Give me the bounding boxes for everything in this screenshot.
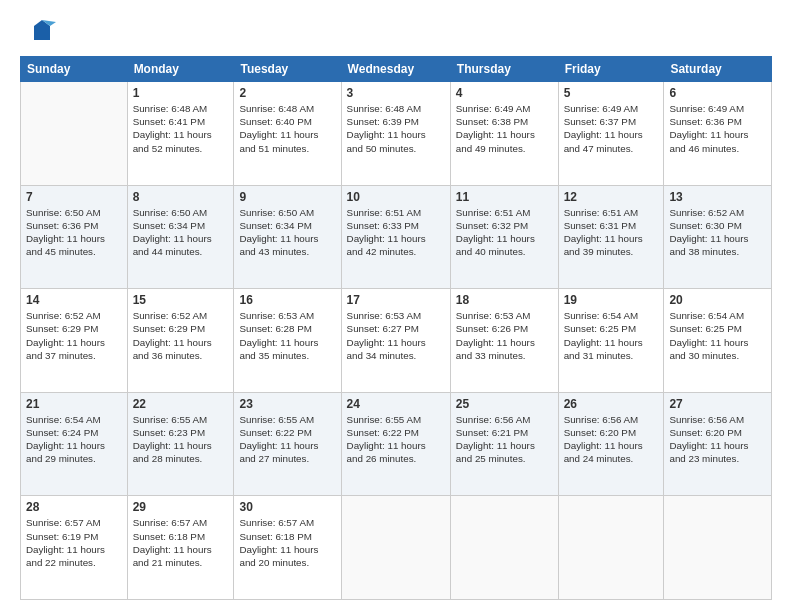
calendar-header-day: Friday	[558, 57, 664, 82]
day-info: Sunrise: 6:53 AM Sunset: 6:27 PM Dayligh…	[347, 309, 445, 362]
calendar-day-cell: 5Sunrise: 6:49 AM Sunset: 6:37 PM Daylig…	[558, 82, 664, 186]
calendar-day-cell: 13Sunrise: 6:52 AM Sunset: 6:30 PM Dayli…	[664, 185, 772, 289]
day-info: Sunrise: 6:50 AM Sunset: 6:34 PM Dayligh…	[239, 206, 335, 259]
day-info: Sunrise: 6:56 AM Sunset: 6:20 PM Dayligh…	[669, 413, 766, 466]
calendar-day-cell: 19Sunrise: 6:54 AM Sunset: 6:25 PM Dayli…	[558, 289, 664, 393]
calendar-day-cell: 30Sunrise: 6:57 AM Sunset: 6:18 PM Dayli…	[234, 496, 341, 600]
day-number: 26	[564, 397, 659, 411]
day-number: 28	[26, 500, 122, 514]
day-number: 6	[669, 86, 766, 100]
day-number: 29	[133, 500, 229, 514]
calendar-header-row: SundayMondayTuesdayWednesdayThursdayFrid…	[21, 57, 772, 82]
calendar-day-cell	[450, 496, 558, 600]
day-info: Sunrise: 6:50 AM Sunset: 6:36 PM Dayligh…	[26, 206, 122, 259]
day-number: 21	[26, 397, 122, 411]
day-number: 17	[347, 293, 445, 307]
calendar-day-cell: 7Sunrise: 6:50 AM Sunset: 6:36 PM Daylig…	[21, 185, 128, 289]
day-number: 13	[669, 190, 766, 204]
day-info: Sunrise: 6:48 AM Sunset: 6:41 PM Dayligh…	[133, 102, 229, 155]
day-number: 14	[26, 293, 122, 307]
header	[20, 18, 772, 46]
calendar-day-cell: 14Sunrise: 6:52 AM Sunset: 6:29 PM Dayli…	[21, 289, 128, 393]
day-info: Sunrise: 6:55 AM Sunset: 6:23 PM Dayligh…	[133, 413, 229, 466]
day-info: Sunrise: 6:56 AM Sunset: 6:21 PM Dayligh…	[456, 413, 553, 466]
day-info: Sunrise: 6:49 AM Sunset: 6:36 PM Dayligh…	[669, 102, 766, 155]
calendar-day-cell: 12Sunrise: 6:51 AM Sunset: 6:31 PM Dayli…	[558, 185, 664, 289]
day-number: 23	[239, 397, 335, 411]
calendar-day-cell: 1Sunrise: 6:48 AM Sunset: 6:41 PM Daylig…	[127, 82, 234, 186]
calendar-header-day: Thursday	[450, 57, 558, 82]
calendar-day-cell	[341, 496, 450, 600]
calendar-header-day: Monday	[127, 57, 234, 82]
day-info: Sunrise: 6:48 AM Sunset: 6:40 PM Dayligh…	[239, 102, 335, 155]
day-number: 20	[669, 293, 766, 307]
day-info: Sunrise: 6:48 AM Sunset: 6:39 PM Dayligh…	[347, 102, 445, 155]
day-info: Sunrise: 6:51 AM Sunset: 6:31 PM Dayligh…	[564, 206, 659, 259]
calendar-day-cell: 17Sunrise: 6:53 AM Sunset: 6:27 PM Dayli…	[341, 289, 450, 393]
calendar-day-cell: 28Sunrise: 6:57 AM Sunset: 6:19 PM Dayli…	[21, 496, 128, 600]
calendar-day-cell: 26Sunrise: 6:56 AM Sunset: 6:20 PM Dayli…	[558, 392, 664, 496]
day-info: Sunrise: 6:56 AM Sunset: 6:20 PM Dayligh…	[564, 413, 659, 466]
calendar-day-cell: 22Sunrise: 6:55 AM Sunset: 6:23 PM Dayli…	[127, 392, 234, 496]
day-info: Sunrise: 6:57 AM Sunset: 6:18 PM Dayligh…	[239, 516, 335, 569]
day-number: 30	[239, 500, 335, 514]
calendar-week-row: 21Sunrise: 6:54 AM Sunset: 6:24 PM Dayli…	[21, 392, 772, 496]
day-number: 12	[564, 190, 659, 204]
day-info: Sunrise: 6:54 AM Sunset: 6:25 PM Dayligh…	[564, 309, 659, 362]
day-info: Sunrise: 6:53 AM Sunset: 6:28 PM Dayligh…	[239, 309, 335, 362]
day-info: Sunrise: 6:51 AM Sunset: 6:33 PM Dayligh…	[347, 206, 445, 259]
calendar-day-cell: 23Sunrise: 6:55 AM Sunset: 6:22 PM Dayli…	[234, 392, 341, 496]
calendar-header-day: Tuesday	[234, 57, 341, 82]
day-number: 2	[239, 86, 335, 100]
calendar-day-cell: 8Sunrise: 6:50 AM Sunset: 6:34 PM Daylig…	[127, 185, 234, 289]
calendar-table: SundayMondayTuesdayWednesdayThursdayFrid…	[20, 56, 772, 600]
day-info: Sunrise: 6:51 AM Sunset: 6:32 PM Dayligh…	[456, 206, 553, 259]
day-number: 25	[456, 397, 553, 411]
day-info: Sunrise: 6:55 AM Sunset: 6:22 PM Dayligh…	[347, 413, 445, 466]
day-info: Sunrise: 6:49 AM Sunset: 6:38 PM Dayligh…	[456, 102, 553, 155]
logo	[20, 18, 56, 46]
calendar-day-cell	[21, 82, 128, 186]
day-info: Sunrise: 6:53 AM Sunset: 6:26 PM Dayligh…	[456, 309, 553, 362]
day-info: Sunrise: 6:54 AM Sunset: 6:24 PM Dayligh…	[26, 413, 122, 466]
calendar-day-cell: 15Sunrise: 6:52 AM Sunset: 6:29 PM Dayli…	[127, 289, 234, 393]
day-number: 10	[347, 190, 445, 204]
calendar-day-cell: 18Sunrise: 6:53 AM Sunset: 6:26 PM Dayli…	[450, 289, 558, 393]
calendar-day-cell: 21Sunrise: 6:54 AM Sunset: 6:24 PM Dayli…	[21, 392, 128, 496]
calendar-day-cell: 4Sunrise: 6:49 AM Sunset: 6:38 PM Daylig…	[450, 82, 558, 186]
day-info: Sunrise: 6:54 AM Sunset: 6:25 PM Dayligh…	[669, 309, 766, 362]
calendar-header-day: Sunday	[21, 57, 128, 82]
calendar-day-cell: 3Sunrise: 6:48 AM Sunset: 6:39 PM Daylig…	[341, 82, 450, 186]
day-info: Sunrise: 6:52 AM Sunset: 6:29 PM Dayligh…	[26, 309, 122, 362]
day-number: 27	[669, 397, 766, 411]
page: SundayMondayTuesdayWednesdayThursdayFrid…	[0, 0, 792, 612]
calendar-day-cell: 6Sunrise: 6:49 AM Sunset: 6:36 PM Daylig…	[664, 82, 772, 186]
calendar-day-cell: 16Sunrise: 6:53 AM Sunset: 6:28 PM Dayli…	[234, 289, 341, 393]
calendar-day-cell: 27Sunrise: 6:56 AM Sunset: 6:20 PM Dayli…	[664, 392, 772, 496]
day-number: 9	[239, 190, 335, 204]
day-number: 1	[133, 86, 229, 100]
day-info: Sunrise: 6:52 AM Sunset: 6:29 PM Dayligh…	[133, 309, 229, 362]
calendar-week-row: 28Sunrise: 6:57 AM Sunset: 6:19 PM Dayli…	[21, 496, 772, 600]
calendar-header-day: Wednesday	[341, 57, 450, 82]
day-number: 19	[564, 293, 659, 307]
day-info: Sunrise: 6:55 AM Sunset: 6:22 PM Dayligh…	[239, 413, 335, 466]
day-info: Sunrise: 6:57 AM Sunset: 6:18 PM Dayligh…	[133, 516, 229, 569]
day-number: 15	[133, 293, 229, 307]
day-number: 11	[456, 190, 553, 204]
calendar-day-cell: 24Sunrise: 6:55 AM Sunset: 6:22 PM Dayli…	[341, 392, 450, 496]
logo-icon	[28, 18, 56, 46]
day-number: 22	[133, 397, 229, 411]
calendar-day-cell	[664, 496, 772, 600]
day-number: 7	[26, 190, 122, 204]
day-number: 5	[564, 86, 659, 100]
calendar-day-cell: 29Sunrise: 6:57 AM Sunset: 6:18 PM Dayli…	[127, 496, 234, 600]
calendar-week-row: 14Sunrise: 6:52 AM Sunset: 6:29 PM Dayli…	[21, 289, 772, 393]
calendar-day-cell: 20Sunrise: 6:54 AM Sunset: 6:25 PM Dayli…	[664, 289, 772, 393]
calendar-day-cell: 10Sunrise: 6:51 AM Sunset: 6:33 PM Dayli…	[341, 185, 450, 289]
day-info: Sunrise: 6:57 AM Sunset: 6:19 PM Dayligh…	[26, 516, 122, 569]
day-number: 3	[347, 86, 445, 100]
calendar-day-cell: 2Sunrise: 6:48 AM Sunset: 6:40 PM Daylig…	[234, 82, 341, 186]
day-number: 16	[239, 293, 335, 307]
day-info: Sunrise: 6:52 AM Sunset: 6:30 PM Dayligh…	[669, 206, 766, 259]
